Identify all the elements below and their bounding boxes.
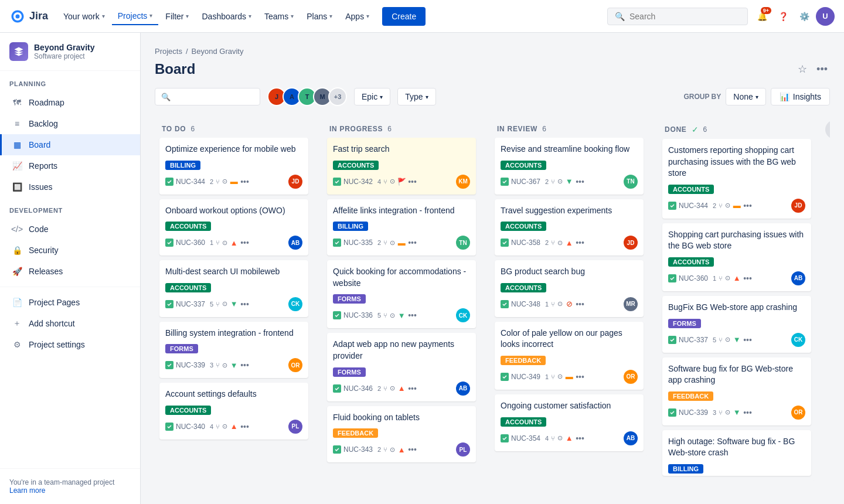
user-avatar[interactable]: U [816, 7, 835, 26]
avatar-group: J A T M +3 [267, 87, 347, 106]
issue-type-icon [668, 202, 676, 210]
column-header: TO DO6 [155, 118, 313, 138]
logo[interactable]: Jira [9, 8, 48, 25]
group-by-label: GROUP BY [683, 93, 721, 101]
card[interactable]: Shopping cart purchasing issues with the… [662, 223, 811, 291]
card-more-button[interactable]: ••• [408, 238, 417, 247]
sidebar-item-add-shortcut[interactable]: ＋ Add shortcut [0, 313, 140, 334]
card-more-button[interactable]: ••• [743, 335, 752, 345]
card-more-button[interactable]: ••• [408, 177, 417, 186]
card[interactable]: Ongoing customer satisfaction ACCOUNTS N… [495, 394, 644, 451]
subtask-icon: 4 [377, 178, 381, 185]
card-more-button[interactable]: ••• [576, 299, 584, 309]
nav-plans[interactable]: Plans ▾ [301, 8, 338, 25]
star-button[interactable]: ☆ [795, 60, 809, 78]
breadcrumb-projects[interactable]: Projects [155, 47, 182, 56]
sidebar-item-project-pages[interactable]: 📄 Project Pages [0, 292, 140, 313]
help-button[interactable]: ❓ [774, 7, 792, 26]
priority-high-icon: ▲ [733, 274, 741, 282]
card-more-button[interactable]: ••• [408, 445, 417, 454]
security-icon: 🔒 [11, 244, 23, 256]
search-input[interactable] [629, 12, 740, 21]
card[interactable]: Multi-dest search UI mobileweb ACCOUNTS … [159, 260, 308, 317]
card-more-button[interactable]: ••• [576, 372, 584, 382]
card[interactable]: Account settings defaults ACCOUNTS NUC-3… [159, 383, 308, 440]
card-title: Ongoing customer satisfaction [501, 400, 638, 412]
nav-dashboards[interactable]: Dashboards ▾ [196, 8, 257, 25]
sidebar-item-releases[interactable]: 🚀 Releases [0, 261, 140, 282]
nav-apps[interactable]: Apps ▾ [339, 8, 375, 25]
sidebar-item-roadmap[interactable]: 🗺 Roadmap [0, 92, 140, 113]
card-more-button[interactable]: ••• [743, 274, 752, 283]
card[interactable]: Adapt web app no new payments provider F… [327, 333, 476, 401]
sidebar-item-reports[interactable]: 📈 Reports [0, 155, 140, 176]
card-more-button[interactable]: ••• [240, 360, 249, 370]
sidebar-item-code[interactable]: </> Code [0, 219, 140, 240]
card[interactable]: Quick booking for accommodations - websi… [327, 260, 476, 328]
sidebar-item-security[interactable]: 🔒 Security [0, 240, 140, 261]
epic-filter[interactable]: Epic ▾ [354, 88, 390, 105]
board-icon: ▦ [11, 139, 23, 151]
sidebar-item-board[interactable]: ▦ Board [0, 134, 140, 155]
add-column-button[interactable]: + [825, 120, 830, 139]
sidebar-item-project-settings[interactable]: ⚙ Project settings [0, 334, 140, 355]
card-more-button[interactable]: ••• [576, 238, 584, 247]
card[interactable]: Billing system integration - frontend FO… [159, 322, 308, 379]
card[interactable]: Onboard workout options (OWO) ACCOUNTS N… [159, 199, 308, 256]
card-more-button[interactable]: ••• [743, 408, 752, 417]
card[interactable]: BG product search bug ACCOUNTS NUC-348 1… [495, 260, 644, 317]
nav-teams[interactable]: Teams ▾ [258, 8, 300, 25]
card-more-button[interactable]: ••• [576, 434, 584, 443]
board-search[interactable]: 🔍 [155, 88, 260, 105]
card-more-button[interactable]: ••• [240, 422, 249, 431]
subtask-icon: 2 [210, 178, 213, 185]
card[interactable]: Fast trip search ACCOUNTS NUC-342 4 ⑂ ⊙ … [327, 138, 476, 195]
card-more-button[interactable]: ••• [240, 299, 249, 309]
group-by-select[interactable]: None ▾ [726, 88, 765, 105]
issue-type-icon [165, 178, 173, 186]
card[interactable]: Revise and streamline booking flow ACCOU… [495, 138, 644, 195]
insights-button[interactable]: 📊 Insights [771, 88, 830, 105]
nav-projects[interactable]: Projects ▾ [112, 8, 159, 25]
card[interactable]: Optimize experience for mobile web BILLI… [159, 138, 308, 195]
commit-icon: ⊙ [390, 384, 395, 392]
card[interactable]: Customers reporting shopping cart purcha… [662, 139, 811, 219]
card-assignee: OR [288, 358, 302, 372]
insights-icon: 📊 [780, 92, 789, 101]
card-more-button[interactable]: ••• [743, 201, 752, 210]
card[interactable]: Affelite links integration - frontend BI… [327, 199, 476, 256]
issue-type-icon [333, 178, 341, 186]
toolbar-right: GROUP BY None ▾ 📊 Insights [683, 88, 830, 105]
avatar-count[interactable]: +3 [328, 87, 347, 106]
card-footer: NUC-336 5 ⑂ ⊙ ▼ ••• CK [333, 308, 470, 322]
type-filter[interactable]: Type ▾ [397, 88, 435, 105]
sidebar-item-label: Reports [29, 161, 57, 171]
nav-your-work[interactable]: Your work ▾ [57, 8, 111, 25]
card-assignee: AB [456, 382, 470, 396]
board-search-input[interactable] [174, 92, 254, 101]
create-button[interactable]: Create [382, 7, 426, 26]
sidebar-item-backlog[interactable]: ≡ Backlog [0, 113, 140, 134]
card[interactable]: High outage: Software bug fix - BG Web-s… [662, 430, 811, 476]
sidebar-item-issues[interactable]: 🔲 Issues [0, 176, 140, 197]
card[interactable]: Software bug fix for BG Web-store app cr… [662, 357, 811, 425]
done-check-icon: ✓ [692, 125, 699, 134]
search-bar[interactable]: 🔍 [607, 8, 748, 25]
card[interactable]: BugFix BG Web-store app crashing FORMS N… [662, 296, 811, 353]
reports-icon: 📈 [11, 160, 23, 172]
card-more-button[interactable]: ••• [576, 177, 584, 186]
card-more-button[interactable]: ••• [408, 311, 417, 320]
column-header: DONE✓6 [658, 118, 816, 139]
settings-button[interactable]: ⚙️ [795, 7, 814, 26]
more-button[interactable]: ••• [814, 61, 830, 78]
card-more-button[interactable]: ••• [240, 238, 249, 247]
breadcrumb-project[interactable]: Beyond Gravity [192, 47, 244, 56]
card[interactable]: Travel suggestion experiments ACCOUNTS N… [495, 199, 644, 256]
notification-button[interactable]: 🔔 9+ [753, 7, 771, 26]
nav-filter[interactable]: Filter ▾ [159, 8, 195, 25]
card[interactable]: Fluid booking on tablets FEEDBACK NUC-34… [327, 406, 476, 463]
card-more-button[interactable]: ••• [240, 177, 249, 186]
learn-more-link[interactable]: Learn more [9, 486, 45, 495]
card[interactable]: Color of pale yellow on our pages looks … [495, 322, 644, 390]
card-more-button[interactable]: ••• [408, 384, 417, 393]
